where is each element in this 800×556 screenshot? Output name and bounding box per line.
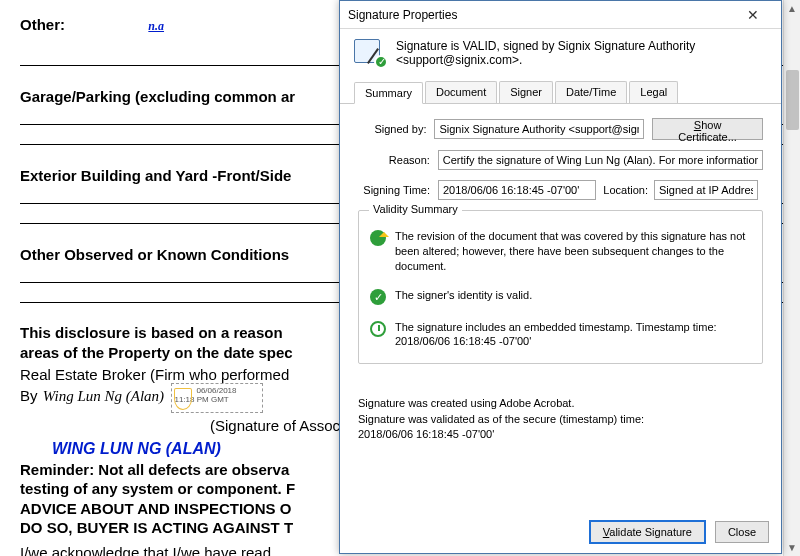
show-certificate-button[interactable]: SShow Certificate...how Certificate... [652, 118, 763, 140]
signing-time-field[interactable] [438, 180, 596, 200]
titlebar[interactable]: Signature Properties ✕ [340, 1, 781, 29]
signed-by-label: Signed by: [358, 123, 434, 135]
scroll-down-icon[interactable]: ▼ [784, 539, 800, 556]
close-icon[interactable]: ✕ [733, 7, 773, 23]
tab-signer[interactable]: Signer [499, 81, 553, 103]
validity-item-2: The signer's identity is valid. [395, 288, 532, 306]
validity-summary-group: Validity Summary The revision of the doc… [358, 210, 763, 364]
timestamp-icon [369, 320, 387, 338]
doc-altered-icon [369, 229, 387, 247]
tab-legal[interactable]: Legal [629, 81, 678, 103]
identity-valid-icon: ✓ [369, 288, 387, 306]
signature-properties-dialog: Signature Properties ✕ Signature is VALI… [339, 0, 782, 554]
reason-field[interactable] [438, 150, 763, 170]
tab-summary-body: Signed by: SShow Certificate...how Certi… [340, 104, 781, 372]
signature-valid-icon [354, 39, 386, 67]
signature-stamp[interactable]: 06/06/2018 11:18 PM GMT [171, 383, 263, 413]
signing-time-label: Signing Time: [358, 184, 438, 196]
shield-icon [174, 388, 192, 410]
scrollbar[interactable]: ▲ ▼ [783, 0, 800, 556]
reason-label: Reason: [358, 154, 438, 166]
close-button[interactable]: Close [715, 521, 769, 543]
location-label: Location: [596, 184, 654, 196]
signed-by-field[interactable] [434, 119, 644, 139]
by-label: By [20, 387, 38, 404]
location-field[interactable] [654, 180, 758, 200]
signature-name: Wing Lun Ng (Alan) [43, 388, 164, 404]
footer-note: Signature was created using Adobe Acroba… [340, 372, 781, 442]
exterior-label: Exterior Building and Yard -Front/Side [20, 167, 291, 184]
tab-document[interactable]: Document [425, 81, 497, 103]
dialog-title: Signature Properties [348, 8, 733, 22]
tab-datetime[interactable]: Date/Time [555, 81, 627, 103]
validity-legend: Validity Summary [369, 203, 462, 215]
scroll-thumb[interactable] [786, 70, 799, 130]
conditions-label: Other Observed or Known Conditions [20, 246, 289, 263]
tabs: Summary Document Signer Date/Time Legal [340, 81, 781, 104]
status-text: Signature is VALID, signed by Signix Sig… [396, 39, 767, 67]
scroll-up-icon[interactable]: ▲ [784, 0, 800, 17]
other-value: n.a [148, 19, 164, 33]
validate-signature-button[interactable]: Validate Signature [590, 521, 705, 543]
validity-item-3: The signature includes an embedded times… [395, 320, 717, 350]
other-label: Other: [20, 16, 65, 33]
validity-item-1: The revision of the document that was co… [395, 229, 752, 274]
garage-label: Garage/Parking (excluding common ar [20, 88, 295, 105]
tab-summary[interactable]: Summary [354, 82, 423, 104]
